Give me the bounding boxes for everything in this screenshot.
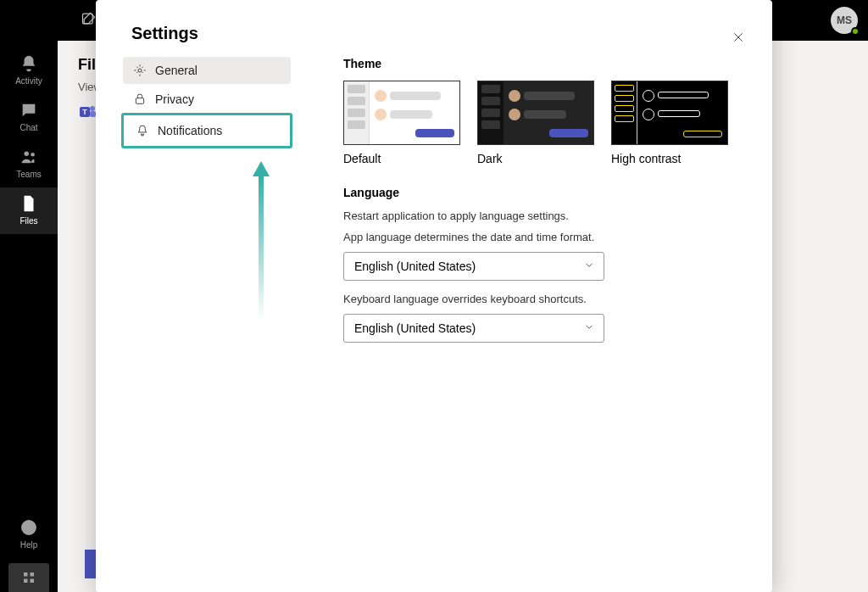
theme-title: Theme <box>343 57 745 70</box>
keyboard-language-select[interactable]: English (United States) <box>343 314 604 343</box>
chevron-down-icon <box>583 321 595 336</box>
app-language-select[interactable]: English (United States) <box>343 252 604 281</box>
theme-default-label: Default <box>343 152 462 165</box>
settings-modal: Settings General Privacy Notifications <box>96 0 772 592</box>
app-language-hint: App language determines the date and tim… <box>343 231 745 243</box>
modal-title: Settings <box>131 24 745 43</box>
settings-main: Theme Default <box>343 57 745 355</box>
svg-point-12 <box>138 69 142 72</box>
notifications-highlight: Notifications <box>121 113 292 148</box>
svg-rect-13 <box>136 98 143 104</box>
settings-tab-notifications-label: Notifications <box>158 124 222 137</box>
theme-high-label: High contrast <box>611 152 730 165</box>
settings-tab-notifications[interactable]: Notifications <box>125 117 288 144</box>
keyboard-language-hint: Keyboard language overrides keyboard sho… <box>343 293 745 305</box>
theme-dark-label: Dark <box>477 152 596 165</box>
settings-tab-general-label: General <box>155 64 198 77</box>
language-title: Language <box>343 186 745 199</box>
theme-option-high-contrast[interactable]: High contrast <box>611 81 730 165</box>
language-restart-hint: Restart application to apply language se… <box>343 209 745 222</box>
settings-tab-privacy[interactable]: Privacy <box>123 86 291 113</box>
settings-tab-general[interactable]: General <box>123 57 291 84</box>
theme-option-dark[interactable]: Dark <box>477 81 596 165</box>
keyboard-language-value: English (United States) <box>354 321 476 335</box>
close-button[interactable] <box>726 25 750 52</box>
annotation-arrow <box>253 161 270 321</box>
theme-option-default[interactable]: Default <box>343 81 462 165</box>
chevron-down-icon <box>583 260 595 274</box>
settings-tab-privacy-label: Privacy <box>155 92 194 106</box>
app-language-value: English (United States) <box>354 260 476 273</box>
modal-overlay: Settings General Privacy Notifications <box>0 0 868 592</box>
